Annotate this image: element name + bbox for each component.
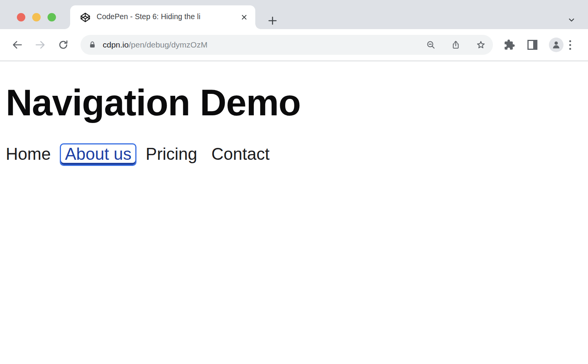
- url-path: /pen/debug/dymzOzM: [129, 40, 207, 49]
- new-tab-plus-icon[interactable]: [267, 15, 278, 26]
- kebab-menu-icon[interactable]: [563, 38, 577, 51]
- nav-link-pricing[interactable]: Pricing: [146, 146, 197, 162]
- browser-window: CodePen - Step 6: Hiding the li: [0, 0, 588, 364]
- extensions-puzzle-icon[interactable]: [503, 38, 516, 51]
- nav-item: About us: [65, 146, 131, 162]
- back-arrow-icon[interactable]: [11, 38, 24, 51]
- toolbar-right-cluster: [503, 38, 577, 52]
- nav-item: Home: [6, 146, 51, 162]
- lock-icon[interactable]: [88, 41, 97, 49]
- zoom-out-icon[interactable]: [425, 39, 436, 50]
- window-zoom-button[interactable]: [48, 13, 56, 21]
- nav-item: Contact: [212, 146, 270, 162]
- address-bar[interactable]: cdpn.io/pen/debug/dymzOzM: [80, 35, 493, 55]
- url-text: cdpn.io/pen/debug/dymzOzM: [103, 40, 411, 49]
- window-controls: [17, 13, 56, 21]
- tab-search-chevron-icon[interactable]: [566, 15, 577, 25]
- share-icon[interactable]: [450, 39, 461, 50]
- nav-link-contact[interactable]: Contact: [212, 146, 270, 162]
- tab-title-wrap: CodePen - Step 6: Hiding the li: [97, 12, 235, 22]
- profile-avatar-icon[interactable]: [549, 38, 563, 52]
- site-navigation: Home About us Pricing Contact: [6, 146, 588, 162]
- toolbar-separator: [0, 61, 588, 61]
- side-panel-icon[interactable]: [526, 38, 539, 51]
- window-minimize-button[interactable]: [32, 13, 41, 21]
- browser-toolbar: cdpn.io/pen/debug/dymzOzM: [0, 29, 588, 61]
- tab-close-icon[interactable]: [239, 12, 249, 22]
- tab-strip: CodePen - Step 6: Hiding the li: [0, 0, 588, 29]
- window-close-button[interactable]: [17, 13, 25, 21]
- browser-tab[interactable]: CodePen - Step 6: Hiding the li: [70, 5, 255, 29]
- codepen-logo-icon: [80, 12, 90, 23]
- reload-icon[interactable]: [57, 38, 70, 51]
- page-content: Navigation Demo Home About us Pricing Co…: [0, 84, 588, 162]
- nav-list: Home About us Pricing Contact: [6, 146, 588, 162]
- bookmark-star-icon[interactable]: [475, 39, 486, 50]
- nav-item: Pricing: [146, 146, 197, 162]
- url-host: cdpn.io: [103, 40, 129, 49]
- tab-title: CodePen - Step 6: Hiding the li: [97, 12, 200, 21]
- page-title: Navigation Demo: [6, 84, 588, 122]
- nav-link-home[interactable]: Home: [6, 146, 51, 162]
- nav-link-about-us[interactable]: About us: [60, 143, 136, 166]
- forward-arrow-icon[interactable]: [34, 38, 47, 51]
